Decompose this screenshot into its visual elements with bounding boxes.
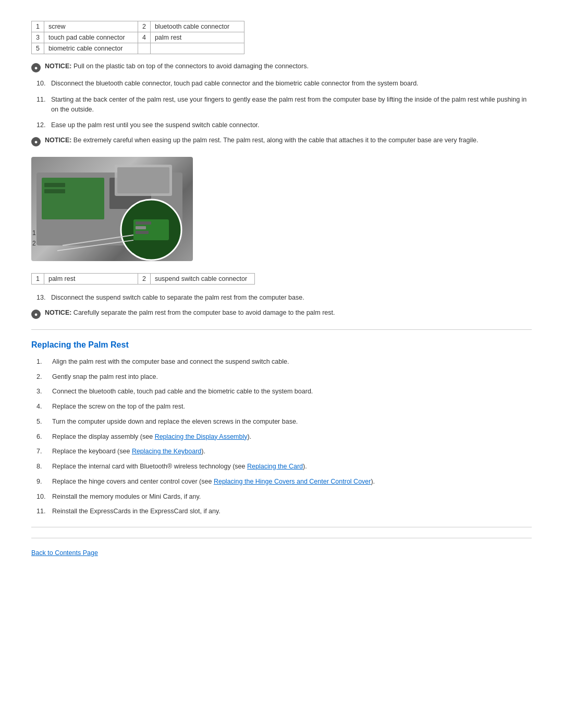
svg-rect-10	[136, 226, 146, 229]
step-text: Replace the internal card with Bluetooth…	[52, 462, 307, 472]
step-text: Reinstall the memory modules or Mini Car…	[52, 492, 201, 502]
row-label: screw	[44, 21, 138, 32]
bottom-parts-table: 1 palm rest 2 suspend switch cable conne…	[31, 273, 255, 285]
step-text: Reinstall the ExpressCards in the Expres…	[52, 507, 221, 516]
step-text: Ease up the palm rest until you see the …	[51, 120, 260, 130]
svg-rect-6	[117, 167, 169, 193]
step-number: 11.	[36, 507, 48, 516]
row-label2	[150, 43, 244, 54]
notice-label-2: NOTICE:	[45, 137, 71, 144]
step-number: 1.	[36, 357, 48, 367]
step-text: Align the palm rest with the computer ba…	[52, 357, 289, 367]
svg-rect-11	[136, 231, 149, 234]
step-number: 11.	[36, 95, 47, 115]
notice-icon-1: ●	[31, 63, 41, 72]
notice-label-3: NOTICE:	[45, 309, 71, 316]
step-text: Connect the bluetooth cable, touch pad c…	[52, 387, 313, 397]
row-label2: palm rest	[150, 32, 244, 43]
notice-block-2: ● NOTICE: Be extremely careful when easi…	[31, 137, 532, 146]
back-link-container: Back to Contents Page	[31, 549, 532, 557]
callout-2: 2	[32, 240, 36, 247]
list-item: 10.Reinstall the memory modules or Mini …	[31, 492, 532, 502]
step-link[interactable]: Replacing the Display Assembly	[155, 433, 248, 440]
svg-rect-9	[136, 221, 151, 225]
list-item: 2.Gently snap the palm rest into place.	[31, 372, 532, 382]
step-number: 3.	[36, 387, 48, 397]
list-item: 10.Disconnect the bluetooth cable connec…	[31, 79, 532, 89]
table-row: 1 screw 2 bluetooth cable connector	[32, 21, 244, 32]
replacing-section-title: Replacing the Palm Rest	[31, 340, 532, 350]
list-item: 9.Replace the hinge covers and center co…	[31, 477, 532, 487]
replacing-steps-list: 1.Align the palm rest with the computer …	[31, 357, 532, 516]
row-num: 1	[32, 21, 44, 32]
list-item: 7.Replace the keyboard (see Replacing th…	[31, 447, 532, 456]
removal-steps-list: 10.Disconnect the bluetooth cable connec…	[31, 79, 532, 130]
laptop-image-section: 1 2	[31, 157, 532, 263]
notice-icon-2: ●	[31, 137, 41, 146]
row-num2: 2	[138, 274, 150, 285]
list-item: 3.Connect the bluetooth cable, touch pad…	[31, 387, 532, 397]
list-item: 12.Ease up the palm rest until you see t…	[31, 120, 532, 130]
step-text: Turn the computer upside down and replac…	[52, 417, 298, 427]
step-number: 7.	[36, 447, 48, 456]
step-number: 4.	[36, 402, 48, 412]
step-link[interactable]: Replacing the Hinge Covers and Center Co…	[214, 478, 371, 485]
step-number: 5.	[36, 417, 48, 427]
table-row: 1 palm rest 2 suspend switch cable conne…	[32, 274, 255, 285]
notice-icon-3: ●	[31, 310, 41, 319]
removal-step-13-list: 13.Disconnect the suspend switch cable t…	[31, 293, 532, 303]
list-item: 13.Disconnect the suspend switch cable t…	[31, 293, 532, 303]
notice-text-1: NOTICE: Pull on the plastic tab on top o…	[45, 63, 309, 70]
step-link[interactable]: Replacing the Keyboard	[132, 448, 201, 455]
step-number: 13.	[36, 293, 47, 303]
laptop-image	[31, 157, 193, 261]
laptop-svg	[31, 157, 193, 261]
list-item: 6.Replace the display assembly (see Repl…	[31, 432, 532, 442]
step-text: Disconnect the bluetooth cable connector…	[51, 79, 419, 89]
back-to-contents-link[interactable]: Back to Contents Page	[31, 549, 98, 557]
top-parts-table: 1 screw 2 bluetooth cable connector 3 to…	[31, 21, 244, 54]
step-number: 6.	[36, 432, 48, 442]
row-num: 1	[32, 274, 44, 285]
step-number: 12.	[36, 120, 47, 130]
step-number: 9.	[36, 477, 48, 487]
row-label2: bluetooth cable connector	[150, 21, 244, 32]
row-num2	[138, 43, 150, 54]
callout-1: 1	[32, 229, 36, 237]
row-num: 5	[32, 43, 44, 54]
step-number: 10.	[36, 79, 47, 89]
list-item: 8.Replace the internal card with Bluetoo…	[31, 462, 532, 472]
step-text: Replace the display assembly (see Replac…	[52, 432, 251, 442]
step-text: Replace the keyboard (see Replacing the …	[52, 447, 205, 456]
svg-rect-4	[44, 189, 65, 193]
svg-rect-3	[44, 183, 65, 187]
row-label: palm rest	[44, 274, 138, 285]
step-number: 2.	[36, 372, 48, 382]
divider-1	[31, 329, 532, 330]
step-link[interactable]: Replacing the Card	[247, 463, 303, 470]
list-item: 11.Starting at the back center of the pa…	[31, 95, 532, 115]
table-row: 5 biometric cable connector	[32, 43, 244, 54]
step-text: Replace the screw on the top of the palm…	[52, 402, 185, 412]
step-number: 8.	[36, 462, 48, 472]
row-label: touch pad cable connector	[44, 32, 138, 43]
step-text: Gently snap the palm rest into place.	[52, 372, 158, 382]
list-item: 11.Reinstall the ExpressCards in the Exp…	[31, 507, 532, 516]
list-item: 1.Align the palm rest with the computer …	[31, 357, 532, 367]
row-num2: 4	[138, 32, 150, 43]
divider-3	[31, 538, 532, 538]
row-num2: 2	[138, 21, 150, 32]
table-row: 3 touch pad cable connector 4 palm rest	[32, 32, 244, 43]
list-item: 4.Replace the screw on the top of the pa…	[31, 402, 532, 412]
row-label: biometric cable connector	[44, 43, 138, 54]
divider-2	[31, 527, 532, 527]
notice-block-3: ● NOTICE: Carefully separate the palm re…	[31, 309, 532, 319]
step-text: Starting at the back center of the palm …	[51, 95, 532, 115]
row-label2: suspend switch cable connector	[150, 274, 254, 285]
step-number: 10.	[36, 492, 48, 502]
list-item: 5.Turn the computer upside down and repl…	[31, 417, 532, 427]
notice-block-1: ● NOTICE: Pull on the plastic tab on top…	[31, 63, 532, 72]
row-num: 3	[32, 32, 44, 43]
notice-text-3: NOTICE: Carefully separate the palm rest…	[45, 309, 335, 316]
step-text: Replace the hinge covers and center cont…	[52, 477, 375, 487]
